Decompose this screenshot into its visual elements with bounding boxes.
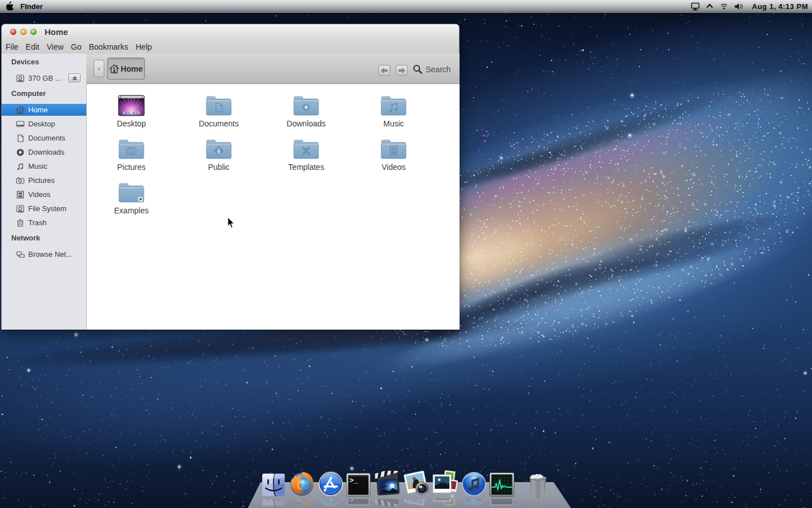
svg-text:>_: >_ (350, 476, 359, 485)
svg-text:>_: >_ (350, 499, 359, 503)
